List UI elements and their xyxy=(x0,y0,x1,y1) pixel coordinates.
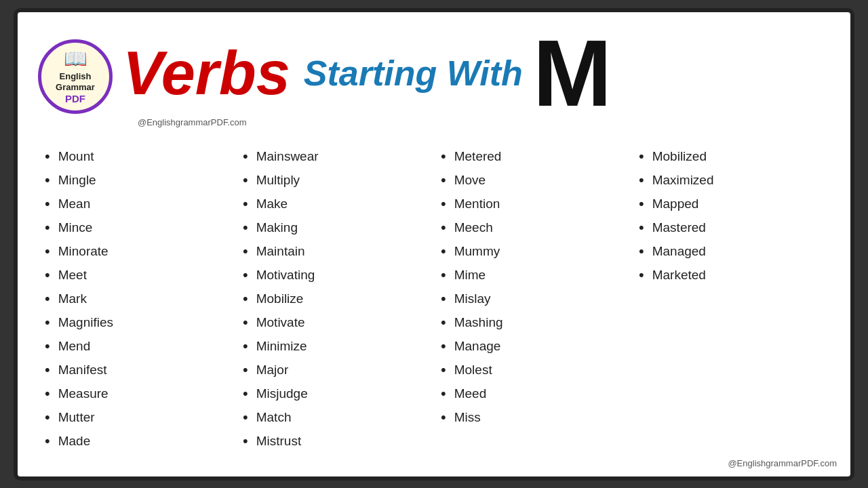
main-card: 📖 English Grammar PDF Verbs Starting Wit… xyxy=(14,8,854,481)
list-item: Mummy xyxy=(441,243,625,260)
logo: 📖 English Grammar PDF xyxy=(38,39,113,114)
column-col2: MainswearMultiplyMakeMakingMaintainMotiv… xyxy=(243,148,427,456)
list-item: Mainswear xyxy=(243,148,427,165)
list-item: Mistrust xyxy=(243,432,427,450)
list-item: Magnifies xyxy=(45,314,229,331)
title-letter-m: M xyxy=(533,26,612,121)
list-item: Match xyxy=(243,409,427,426)
title-verbs: Verbs xyxy=(123,43,290,104)
list-item: Meech xyxy=(441,219,625,237)
list-item: Mastered xyxy=(639,219,823,237)
list-item: Marketed xyxy=(639,266,823,284)
list-item: Made xyxy=(45,432,229,450)
list-item: Molest xyxy=(441,361,625,379)
column-col3: MeteredMoveMentionMeechMummyMimeMislayMa… xyxy=(441,148,625,456)
list-item: Mince xyxy=(45,219,229,237)
list-item: Manifest xyxy=(45,361,229,379)
list-item: Mashing xyxy=(441,314,625,331)
list-item: Manage xyxy=(441,338,625,355)
list-item: Mount xyxy=(45,148,229,165)
title-main: Verbs Starting With M xyxy=(123,26,612,121)
title-area: Verbs Starting With M @EnglishgrammarPDF… xyxy=(123,26,612,127)
list-item: Miss xyxy=(441,409,625,426)
list-item: Motivating xyxy=(243,266,427,284)
list-item: Mobilized xyxy=(639,148,823,165)
list-item: Minimize xyxy=(243,338,427,355)
list-item: Mobilize xyxy=(243,290,427,308)
list-item: Meet xyxy=(45,266,229,284)
list-item: Mislay xyxy=(441,290,625,308)
title-starting-with: Starting With xyxy=(304,56,523,91)
column-col1: MountMingleMeanMinceMinorateMeetMarkMagn… xyxy=(45,148,229,456)
list-item: Misjudge xyxy=(243,385,427,403)
content-grid: MountMingleMeanMinceMinorateMeetMarkMagn… xyxy=(38,148,830,456)
list-item: Metered xyxy=(441,148,625,165)
list-item: Meed xyxy=(441,385,625,403)
list-item: Mime xyxy=(441,266,625,284)
list-item: Mark xyxy=(45,290,229,308)
footer-website: @EnglishgrammarPDF.com xyxy=(728,458,837,468)
list-item: Mingle xyxy=(45,171,229,189)
list-item: Motivate xyxy=(243,314,427,331)
list-item: Mapped xyxy=(639,195,823,213)
header-website: @EnglishgrammarPDF.com xyxy=(138,117,612,127)
header: 📖 English Grammar PDF Verbs Starting Wit… xyxy=(38,26,830,127)
logo-text: English Grammar PDF xyxy=(56,71,95,104)
list-item: Maximized xyxy=(639,171,823,189)
list-item: Maintain xyxy=(243,243,427,260)
list-item: Mend xyxy=(45,338,229,355)
list-item: Mean xyxy=(45,195,229,213)
list-item: Make xyxy=(243,195,427,213)
column-col4: MobilizedMaximizedMappedMasteredManagedM… xyxy=(639,148,823,456)
list-item: Mention xyxy=(441,195,625,213)
list-item: Move xyxy=(441,171,625,189)
list-item: Multiply xyxy=(243,171,427,189)
list-item: Measure xyxy=(45,385,229,403)
list-item: Making xyxy=(243,219,427,237)
list-item: Minorate xyxy=(45,243,229,260)
list-item: Managed xyxy=(639,243,823,260)
logo-figure-icon: 📖 xyxy=(64,47,87,70)
list-item: Mutter xyxy=(45,409,229,426)
list-item: Major xyxy=(243,361,427,379)
